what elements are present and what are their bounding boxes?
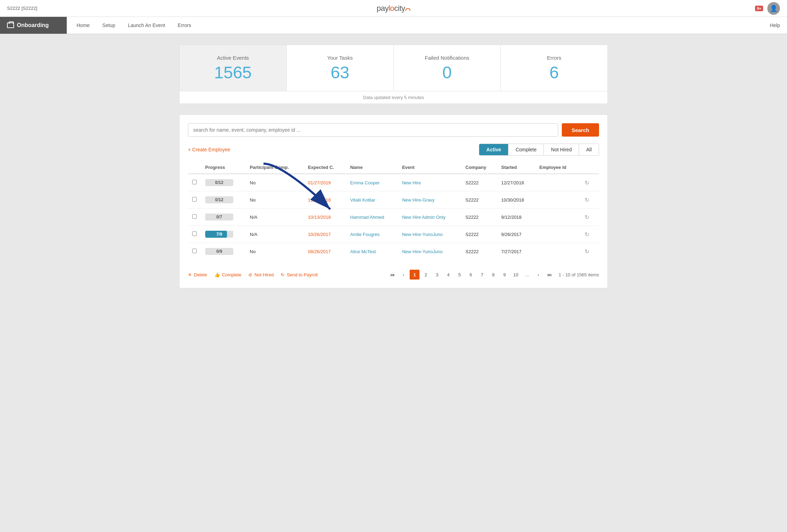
name-link[interactable]: Emma Cooper — [350, 180, 380, 185]
pagination: ⏮ ‹ 1 2 3 4 5 6 7 8 9 10 ... › ⏭ — [387, 270, 554, 280]
page-7[interactable]: 7 — [477, 270, 487, 280]
row-expected-date: 10/13/2018 — [304, 209, 346, 226]
refresh-icon[interactable]: ↻ — [583, 230, 591, 238]
name-link[interactable]: Alice McTest — [350, 249, 376, 254]
delete-icon: ✕ — [188, 272, 192, 277]
row-checkbox[interactable] — [192, 249, 197, 253]
row-expected-date: 10/26/2017 — [304, 226, 346, 243]
logo-text-accent: lo — [389, 4, 394, 13]
row-participant-comp: No — [246, 191, 304, 209]
row-progress: 0/12 — [201, 191, 246, 209]
nav-launch-event[interactable]: Launch An Event — [122, 17, 171, 34]
th-checkbox — [188, 161, 201, 174]
row-checkbox[interactable] — [192, 197, 197, 202]
bulk-not-hired-button[interactable]: ⊘ Not Hired — [248, 272, 274, 277]
nav-setup[interactable]: Setup — [96, 17, 122, 34]
filter-tab-active[interactable]: Active — [479, 144, 508, 155]
row-checkbox[interactable] — [192, 231, 197, 236]
event-link[interactable]: New Hire-Gravy — [402, 197, 434, 203]
page-8[interactable]: 8 — [488, 270, 498, 280]
nav-bar: Onboarding Home Setup Launch An Event Er… — [0, 17, 787, 34]
bulk-delete-button[interactable]: ✕ Delete — [188, 272, 207, 277]
th-expected-comp: Expected C. — [304, 161, 346, 174]
row-progress: 7/9 — [201, 226, 246, 243]
page-first[interactable]: ⏮ — [387, 270, 397, 280]
row-checkbox-cell — [188, 243, 201, 260]
page-5[interactable]: 5 — [455, 270, 464, 280]
event-link[interactable]: New Hire Admin Only — [402, 215, 445, 220]
th-employee-id: Employee Id — [535, 161, 578, 174]
page-info: 1 - 10 of 1565 items — [559, 272, 599, 277]
search-button[interactable]: Search — [562, 123, 599, 137]
name-link[interactable]: Hammad Ahmed — [350, 215, 384, 220]
failed-notifications-label: Failed Notifications — [404, 55, 490, 61]
table-header-row: Progress Participant Comp. Expected C. N… — [188, 161, 599, 174]
expected-date-link[interactable]: 11/30/2018 — [308, 197, 331, 203]
table-row: 7/9 N/A 10/26/2017 Amlie Fougres New Hir… — [188, 226, 599, 243]
bulk-complete-button[interactable]: 👍 Complete — [214, 272, 242, 277]
filter-tab-not-hired[interactable]: Not Hired — [544, 144, 579, 155]
expected-date-link[interactable]: 01/27/2019 — [308, 180, 331, 185]
event-link[interactable]: New Hire-YunoJuno — [402, 232, 443, 237]
filter-tab-complete[interactable]: Complete — [508, 144, 544, 155]
active-events-label: Active Events — [190, 55, 276, 61]
th-company: Company — [461, 161, 497, 174]
row-company: S2222 — [461, 191, 497, 209]
logo-arc-icon — [405, 8, 410, 11]
refresh-icon[interactable]: ↻ — [583, 178, 591, 187]
row-started: 9/26/2017 — [497, 226, 535, 243]
event-link[interactable]: New Hire — [402, 180, 421, 185]
filter-tab-all[interactable]: All — [579, 144, 599, 155]
page-1[interactable]: 1 — [410, 270, 419, 280]
errors-value: 6 — [511, 64, 597, 81]
page-next[interactable]: › — [533, 270, 543, 280]
create-employee-button[interactable]: + Create Employee — [188, 147, 230, 152]
nav-home[interactable]: Home — [70, 17, 96, 34]
page-4[interactable]: 4 — [443, 270, 453, 280]
row-event: New Hire-YunoJuno — [398, 226, 461, 243]
expected-date-link[interactable]: 08/26/2017 — [308, 249, 331, 254]
expected-date-link[interactable]: 10/13/2018 — [308, 215, 331, 220]
expected-date-link[interactable]: 10/26/2017 — [308, 232, 331, 237]
stat-failed-notifications: Failed Notifications 0 — [394, 45, 501, 91]
main-content: Active Events 1565 Your Tasks 63 Failed … — [165, 34, 622, 299]
send-payroll-label: Send to Payroll — [287, 272, 318, 277]
page-prev[interactable]: ‹ — [398, 270, 408, 280]
bulk-send-payroll-button[interactable]: ↻ Send to Payroll — [281, 272, 318, 277]
page-3[interactable]: 3 — [432, 270, 442, 280]
nav-errors[interactable]: Errors — [171, 17, 197, 34]
row-employee-id — [535, 174, 578, 191]
refresh-icon[interactable]: ↻ — [583, 247, 591, 256]
page-9[interactable]: 9 — [500, 270, 509, 280]
event-link[interactable]: New Hire-YunoJuno — [402, 249, 443, 254]
row-checkbox[interactable] — [192, 180, 197, 184]
search-input[interactable] — [188, 123, 558, 137]
nav-brand-label: Onboarding — [17, 22, 49, 28]
row-checkbox[interactable] — [192, 214, 197, 219]
refresh-icon[interactable]: ↻ — [583, 213, 591, 221]
page-10[interactable]: 10 — [511, 270, 521, 280]
progress-bar: 0/12 — [205, 196, 233, 203]
row-participant-comp: N/A — [246, 226, 304, 243]
filter-row: + Create Employee Active Complete Not Hi… — [188, 144, 599, 156]
row-participant-comp: N/A — [246, 209, 304, 226]
refresh-icon[interactable]: ↻ — [583, 196, 591, 204]
page-6[interactable]: 6 — [466, 270, 476, 280]
filter-tabs: Active Complete Not Hired All — [479, 144, 599, 156]
notification-badge[interactable]: 9+ — [755, 6, 763, 11]
row-event: New Hire Admin Only — [398, 209, 461, 226]
name-link[interactable]: Vitalii Kotliar — [350, 197, 375, 203]
progress-bar: 0/7 — [205, 214, 233, 221]
nav-help[interactable]: Help — [763, 22, 787, 28]
row-event: New Hire-Gravy — [398, 191, 461, 209]
name-link[interactable]: Amlie Fougres — [350, 232, 380, 237]
th-started: Started — [497, 161, 535, 174]
progress-label: 0/7 — [205, 215, 233, 219]
not-hired-icon: ⊘ — [248, 272, 252, 277]
row-name: Alice McTest — [346, 243, 398, 260]
user-avatar[interactable]: 👤 — [767, 2, 780, 15]
page-last[interactable]: ⏭ — [545, 270, 554, 280]
nav-links: Home Setup Launch An Event Errors — [67, 17, 763, 34]
page-2[interactable]: 2 — [421, 270, 431, 280]
search-row: Search — [188, 123, 599, 137]
